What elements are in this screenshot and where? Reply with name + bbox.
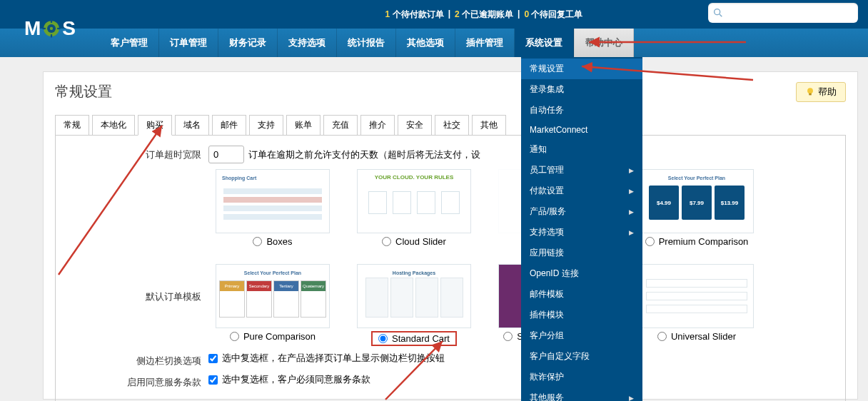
tab-localisation[interactable]: 本地化 xyxy=(92,115,135,136)
dd-fraud[interactable]: 欺诈保护 xyxy=(521,367,642,387)
tab-domains[interactable]: 域名 xyxy=(175,115,209,136)
nav-reports[interactable]: 统计报告 xyxy=(337,29,396,57)
nav-utilities[interactable]: 其他选项 xyxy=(396,29,455,57)
template-universal-slider[interactable]: Universal Slider xyxy=(640,264,754,346)
dd-notifications[interactable]: 通知 xyxy=(521,139,642,160)
dd-general-settings[interactable]: 常规设置 xyxy=(521,59,642,79)
setup-dropdown: 常规设置 登录集成 自动任务 MarketConnect 通知 员工管理▶ 付款… xyxy=(521,57,642,401)
svg-rect-5 xyxy=(57,28,60,29)
overdue-count: 2 xyxy=(455,9,460,19)
chevron-right-icon: ▶ xyxy=(629,188,634,195)
tab-support[interactable]: 支持 xyxy=(249,115,283,136)
bulb-icon xyxy=(805,87,815,97)
pending-payment-count: 1 xyxy=(385,9,390,19)
chevron-right-icon: ▶ xyxy=(629,208,634,215)
radio-cloud[interactable] xyxy=(382,237,391,246)
template-cloud-slider[interactable]: YOUR CLOUD. YOUR RULES Cloud Slider xyxy=(357,169,471,247)
dd-products[interactable]: 产品/服务▶ xyxy=(521,201,642,222)
tab-panel-ordering: 订单超时宽限 订单在逾期之前允许支付的天数（超时后将无法支付，设 默认订单模板 … xyxy=(55,136,846,401)
top-bar: 1 个待付款订单 | 2 个已逾期账单 | 0 个待回复工单 xyxy=(0,0,868,29)
dd-openid[interactable]: OpenID 连接 xyxy=(521,263,642,284)
svg-point-7 xyxy=(715,9,720,15)
radio-pure[interactable] xyxy=(230,332,239,341)
tab-invoices[interactable]: 账单 xyxy=(286,115,321,136)
svg-rect-4 xyxy=(43,28,46,29)
dd-support[interactable]: 支持选项▶ xyxy=(521,222,642,243)
dd-client-groups[interactable]: 客户分组 xyxy=(521,325,642,346)
tab-ordering[interactable]: 购买 xyxy=(138,115,172,136)
dd-signin-integrations[interactable]: 登录集成 xyxy=(521,79,642,100)
sidebar-toggle-label: 侧边栏切换选项 xyxy=(66,352,201,367)
tab-social[interactable]: 社交 xyxy=(435,115,469,136)
search-input[interactable] xyxy=(728,8,854,19)
settings-tabs: 常规 本地化 购买 域名 邮件 支持 账单 充值 推介 安全 社交 其他 xyxy=(55,114,846,136)
order-grace-input[interactable] xyxy=(208,146,244,163)
tos-desc: 选中复选框，客户必须同意服务条款 xyxy=(222,373,370,386)
dd-addon-modules[interactable]: 插件模块 xyxy=(521,305,642,325)
page-content: 常规设置 帮助 常规 本地化 购买 域名 邮件 支持 账单 充值 推介 安全 社… xyxy=(43,71,858,400)
nav-customers[interactable]: 客户管理 xyxy=(100,29,159,57)
radio-universal[interactable] xyxy=(657,332,667,341)
tab-other[interactable]: 其他 xyxy=(472,115,506,136)
tab-general[interactable]: 常规 xyxy=(55,115,89,136)
tos-label: 启用同意服务条款 xyxy=(66,373,201,389)
template-pure-comparison[interactable]: Select Your Perfect Plan Primary Seconda… xyxy=(216,264,330,346)
search-box[interactable] xyxy=(708,3,858,23)
radio-premium[interactable] xyxy=(645,237,655,246)
dd-other[interactable]: 其他服务▶ xyxy=(521,387,642,401)
dd-email-templates[interactable]: 邮件模板 xyxy=(521,284,642,305)
nav-help[interactable]: 帮助中心 xyxy=(574,29,634,57)
tab-affiliates[interactable]: 推介 xyxy=(360,115,395,136)
radio-supreme[interactable] xyxy=(503,332,513,341)
svg-point-9 xyxy=(807,88,813,93)
nav-setup[interactable]: 系统设置 xyxy=(515,29,574,57)
nav-billing[interactable]: 财务记录 xyxy=(218,29,278,57)
gear-icon xyxy=(42,19,61,38)
dd-marketconnect[interactable]: MarketConnect xyxy=(521,121,642,139)
svg-point-6 xyxy=(50,27,53,30)
svg-rect-10 xyxy=(809,93,812,96)
help-button[interactable]: 帮助 xyxy=(796,82,846,102)
sidebar-toggle-desc: 选中复选框，在产品选择页订单上显示侧边栏切换按钮 xyxy=(222,352,445,365)
svg-rect-2 xyxy=(51,20,52,23)
chevron-right-icon: ▶ xyxy=(629,167,634,174)
tos-checkbox[interactable] xyxy=(208,375,218,385)
dd-payments[interactable]: 付款设置▶ xyxy=(521,181,642,201)
pending-ticket-count: 0 xyxy=(524,9,529,19)
dd-staff[interactable]: 员工管理▶ xyxy=(521,160,642,181)
nav-orders[interactable]: 订单管理 xyxy=(159,29,218,57)
nav-addons[interactable]: 插件管理 xyxy=(455,29,515,57)
page-title: 常规设置 xyxy=(55,82,846,101)
logo: M S xyxy=(0,0,100,57)
default-template-label: 默认订单模板 xyxy=(66,212,201,303)
order-grace-desc: 订单在逾期之前允许支付的天数（超时后将无法支付，设 xyxy=(248,148,480,161)
dd-app-links[interactable]: 应用链接 xyxy=(521,243,642,263)
tab-credit[interactable]: 充值 xyxy=(323,115,358,136)
sidebar-toggle-checkbox[interactable] xyxy=(208,354,218,363)
template-premium-comparison[interactable]: Select Your Perfect Plan $4.99 $7.99 $13… xyxy=(640,169,754,247)
svg-line-8 xyxy=(720,14,722,16)
main-nav: 客户管理 订单管理 财务记录 支持选项 统计报告 其他选项 插件管理 系统设置 … xyxy=(0,29,868,57)
dd-automation[interactable]: 自动任务 xyxy=(521,100,642,121)
chevron-right-icon: ▶ xyxy=(629,395,634,402)
template-boxes[interactable]: Shopping Cart Boxes xyxy=(216,169,330,247)
template-standard-cart[interactable]: Hosting Packages Standard Cart xyxy=(357,264,471,346)
chevron-right-icon: ▶ xyxy=(629,229,634,236)
order-grace-label: 订单超时宽限 xyxy=(66,146,201,161)
svg-rect-3 xyxy=(51,34,52,37)
radio-boxes[interactable] xyxy=(253,237,262,246)
dd-custom-fields[interactable]: 客户自定义字段 xyxy=(521,346,642,367)
search-icon xyxy=(712,7,724,19)
radio-standard[interactable] xyxy=(378,334,388,343)
tab-mail[interactable]: 邮件 xyxy=(212,115,246,136)
tab-security[interactable]: 安全 xyxy=(398,115,432,136)
nav-support[interactable]: 支持选项 xyxy=(278,29,337,57)
